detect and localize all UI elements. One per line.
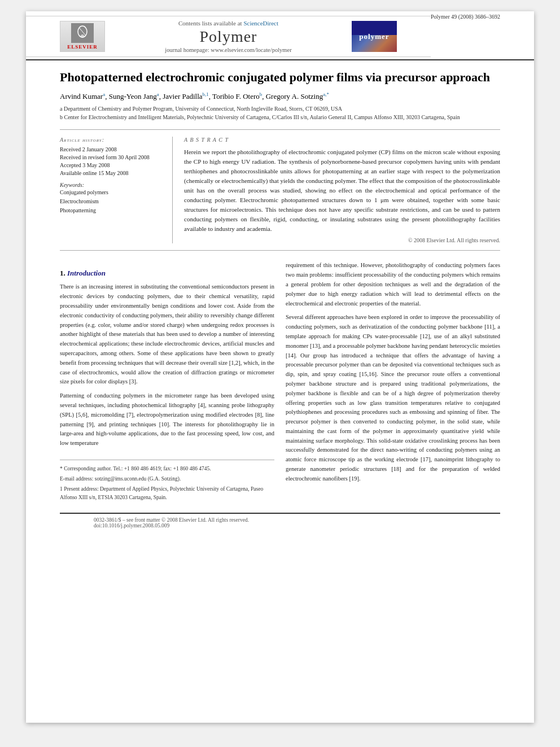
journal-banner: ELSEVIER Contents lists available at Sci… [26,16,431,57]
affiliations: a Department of Chemistry and Polymer Pr… [60,104,500,121]
accepted-date: Accepted 3 May 2008 [60,162,164,168]
journal-reference: Polymer 49 (2008) 3686–3692 [431,14,500,20]
article-info-abstract-section: Article history: Received 2 January 2008… [60,129,500,251]
journal-top-bar: Polymer 49 (2008) 3686–3692 [26,11,534,14]
two-column-section: 1. Introduction There is an increasing i… [60,261,500,504]
section1-heading: 1. Introduction [60,269,274,278]
received-date: Received 2 January 2008 [60,146,164,152]
journal-center-area: Contents lists available at ScienceDirec… [105,20,352,53]
footnote-star: * Corresponding author. Tel.: +1 860 486… [60,465,274,473]
right-paragraph-1: requirement of this technique. However, … [286,261,500,308]
keyword-3: Photopatterning [60,206,164,215]
footnote-email-label: E-mail address: [60,476,93,482]
keyword-2: Electrochromism [60,197,164,206]
polymer-logo-box: polymer [352,21,397,52]
footer-doi: doi:10.1016/j.polymer.2008.05.009 [94,523,466,528]
article-footer: 0032-3861/$ – see front matter © 2008 El… [60,513,500,532]
intro-paragraph-1: There is an increasing interest in subst… [60,282,274,387]
left-column: 1. Introduction There is an increasing i… [60,261,274,504]
received-revised-date: Received in revised form 30 April 2008 [60,154,164,160]
article-history-section: Article history: [60,137,164,143]
section-title: Introduction [67,269,106,277]
copyright-line: © 2008 Elsevier Ltd. All rights reserved… [184,237,500,243]
keywords-label: Keywords: [60,182,164,188]
abstract-section: A B S T R A C T Herein we report the pho… [184,137,500,243]
affiliation-a: a Department of Chemistry and Polymer Pr… [60,104,500,113]
journal-header: Polymer 49 (2008) 3686–3692 ELSEVIER Con… [26,11,534,60]
footnote-email-line: E-mail address: sotzing@ims.uconn.edu (G… [60,475,274,483]
journal-name: Polymer [105,28,352,46]
elsevier-label: ELSEVIER [67,44,98,50]
article-info-panel: Article history: Received 2 January 2008… [60,137,173,243]
footnote-area: * Corresponding author. Tel.: +1 860 486… [60,460,274,501]
keywords-section: Keywords: Conjugated polymers Electrochr… [60,182,164,215]
affiliation-b: b Center for Electrochemistry and Intell… [60,113,500,121]
article-title: Photopatterned electrochromic conjugated… [60,69,500,86]
elsevier-logo: ELSEVIER [60,21,105,52]
elsevier-symbol [71,23,94,43]
keyword-1: Conjugated polymers [60,188,164,197]
article-page: Polymer 49 (2008) 3686–3692 ELSEVIER Con… [26,11,534,723]
authors-line: Arvind Kumara, Sung-Yeon Janga, Javier P… [60,91,500,101]
section-number: 1. [60,269,67,277]
right-column: requirement of this technique. However, … [286,261,500,504]
svg-point-2 [81,34,84,38]
abstract-text: Herein we report the photolithography of… [184,147,500,234]
journal-homepage: journal homepage: www.elsevier.com/locat… [105,47,352,53]
right-paragraph-2: Several different approaches have been e… [286,313,500,483]
polymer-logo-text: polymer [359,32,389,41]
article-body: Photopatterned electrochromic conjugated… [26,60,534,549]
footnote-1: 1 Present address: Department of Applied… [60,485,274,501]
footnote-email: sotzing@ims.uconn.edu (G.A. Sotzing). [95,476,181,482]
available-online-date: Available online 15 May 2008 [60,170,164,176]
science-direct-line: Contents lists available at ScienceDirec… [105,20,352,27]
science-direct-link[interactable]: ScienceDirect [243,20,278,27]
keywords-list: Conjugated polymers Electrochromism Phot… [60,188,164,215]
footer-issn: 0032-3861/$ – see front matter © 2008 El… [94,517,466,523]
abstract-heading: A B S T R A C T [184,137,500,143]
intro-paragraph-2: Patterning of conducting polymers in the… [60,391,274,448]
svg-line-1 [80,28,85,35]
